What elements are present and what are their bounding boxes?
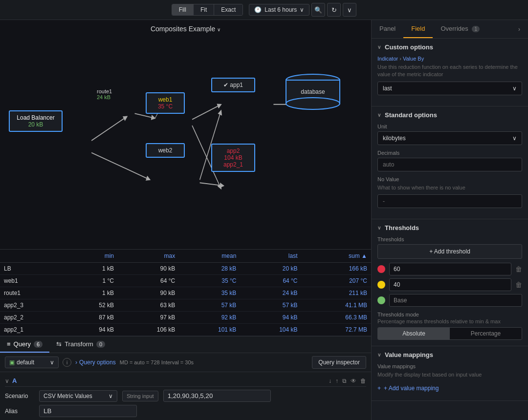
- exact-button[interactable]: Exact: [214, 4, 242, 15]
- query-tabs: ≡ Query 6 ⇆ Transform 0: [0, 336, 371, 353]
- add-icon: +: [377, 385, 381, 392]
- threshold-color-green[interactable]: [377, 296, 385, 304]
- zoom-button[interactable]: 🔍: [311, 3, 325, 17]
- database-node[interactable]: database: [285, 73, 341, 113]
- col-sum[interactable]: sum ▲: [302, 250, 371, 263]
- app2-node[interactable]: app2 104 kB app2_1: [211, 144, 255, 172]
- col-mean[interactable]: mean: [179, 250, 240, 263]
- tab-field[interactable]: Field: [403, 20, 433, 38]
- add-value-mapping-button[interactable]: + + Add value mapping: [377, 382, 522, 395]
- query-options-button[interactable]: › Query options: [75, 359, 116, 366]
- value-by-select[interactable]: last ∨: [377, 82, 522, 95]
- mode-absolute-button[interactable]: Absolute: [378, 328, 450, 339]
- standard-options-header[interactable]: ∨ Standard options: [372, 106, 528, 124]
- string-input-field[interactable]: [163, 390, 271, 402]
- tab-transform[interactable]: ⇆ Transform 0: [49, 336, 112, 353]
- hide-icon[interactable]: 👁: [351, 378, 356, 384]
- add-threshold-button[interactable]: + Add threshold: [377, 244, 522, 259]
- table-row: web1 1 °C 64 °C 35 °C 64 °C 207 °C: [0, 275, 371, 287]
- more-options-button[interactable]: ∨: [343, 3, 356, 17]
- cell-max: 90 kB: [118, 287, 179, 299]
- arrow-icon: ›: [75, 359, 77, 366]
- mode-percentage-button[interactable]: Percentage: [450, 328, 522, 339]
- move-up-icon[interactable]: ↑: [335, 378, 338, 384]
- collapse-icon: ∨: [377, 44, 381, 50]
- cell-min: 87 kB: [64, 312, 118, 324]
- fill-button[interactable]: Fill: [172, 4, 194, 15]
- cell-name: app2_3: [0, 299, 64, 312]
- tab-query[interactable]: ≡ Query 6: [0, 336, 49, 353]
- decimals-input[interactable]: [377, 158, 522, 171]
- thresholds-body: Thresholds + Add threshold 🗑 🗑 Base: [372, 236, 528, 346]
- cell-name: web1: [0, 275, 64, 287]
- cell-sum: 66.3 MB: [302, 312, 371, 324]
- fit-button[interactable]: Fit: [194, 4, 214, 15]
- thresholds-header[interactable]: ∨ Thresholds: [372, 219, 528, 236]
- time-range-label: Last 6 hours: [264, 6, 297, 13]
- thresholds-mode-label: Thresholds mode: [377, 312, 522, 317]
- datasource-select[interactable]: ▣ default ∨: [5, 357, 59, 368]
- toolbar: Fill Fit Exact 🕐 Last 6 hours ∨ 🔍 ↻ ∨: [0, 0, 528, 20]
- duplicate-icon[interactable]: ⧉: [342, 378, 347, 384]
- bottom-query: ≡ Query 6 ⇆ Transform 0 ▣ default ∨: [0, 336, 371, 420]
- cell-min: 1 °C: [64, 275, 118, 287]
- cell-mean: 57 kB: [179, 299, 240, 312]
- tab-overrides[interactable]: Overrides 1: [433, 20, 487, 38]
- query-badge: 6: [34, 341, 43, 348]
- no-value-input[interactable]: [377, 194, 522, 208]
- threshold-color-red[interactable]: [377, 265, 385, 273]
- threshold-60-delete[interactable]: 🗑: [515, 265, 522, 273]
- graph-svg: [0, 20, 371, 249]
- collapse-icon: ∨: [377, 112, 381, 118]
- cell-sum: 41.1 MB: [302, 299, 371, 312]
- cell-last: 24 kB: [240, 287, 301, 299]
- threshold-40-input[interactable]: [389, 278, 511, 291]
- move-down-icon[interactable]: ↓: [329, 378, 331, 384]
- custom-options-section: ∨ Custom options Indicator › Value By Us…: [372, 39, 528, 106]
- decimals-label: Decimals: [377, 150, 522, 156]
- data-table: min max mean last sum ▲ LB 1 kB 90 kB 28…: [0, 249, 371, 336]
- cell-last: 104 kB: [240, 324, 301, 336]
- cell-sum: 211 kB: [302, 287, 371, 299]
- info-icon[interactable]: i: [63, 358, 71, 367]
- custom-options-title: Custom options: [385, 43, 433, 51]
- tab-panel[interactable]: Panel: [372, 20, 403, 38]
- unit-select[interactable]: kilobytes ∨: [377, 131, 522, 145]
- time-range-button[interactable]: 🕐 Last 6 hours ∨: [249, 4, 309, 16]
- web2-node[interactable]: web2: [146, 143, 185, 158]
- alias-row: Alias: [5, 405, 366, 417]
- cell-sum: 72.7 MB: [302, 324, 371, 336]
- custom-options-body: Indicator › Value By Use this reduction …: [372, 56, 528, 106]
- web1-node[interactable]: web1 35 °C: [146, 92, 185, 114]
- right-panel: Panel Field Overrides 1 › ∨ Custom optio…: [372, 20, 528, 420]
- query-bar: ▣ default ∨ i › Query options MD = auto …: [0, 353, 371, 372]
- app1-node[interactable]: ✔ app1: [211, 78, 255, 92]
- cell-name: route1: [0, 287, 64, 299]
- value-mappings-title: Value mappings: [385, 351, 433, 358]
- col-min[interactable]: min: [64, 250, 118, 263]
- threshold-60-input[interactable]: [389, 263, 511, 275]
- thresholds-label: Thresholds: [377, 236, 522, 242]
- alias-input[interactable]: [39, 405, 137, 417]
- add-value-mapping-label: + Add value mapping: [384, 385, 439, 392]
- col-last[interactable]: last: [240, 250, 301, 263]
- load-balancer-node[interactable]: Load Balancer 20 kB: [9, 110, 63, 132]
- view-mode-group: Fill Fit Exact: [172, 4, 243, 16]
- query-inspector-button[interactable]: Query inspector: [312, 356, 366, 369]
- threshold-color-yellow[interactable]: [377, 281, 385, 289]
- refresh-button[interactable]: ↻: [327, 3, 341, 17]
- value-mappings-section: ∨ Value mappings Value mappings Modify t…: [372, 346, 528, 400]
- custom-options-header[interactable]: ∨ Custom options: [372, 39, 528, 56]
- breadcrumb: Indicator › Value By: [377, 56, 522, 62]
- standard-options-title: Standard options: [385, 111, 437, 119]
- threshold-40-delete[interactable]: 🗑: [515, 281, 522, 289]
- cell-min: 1 kB: [64, 287, 118, 299]
- panel-tabs: Panel Field Overrides 1 ›: [372, 20, 528, 39]
- unit-value: kilobytes: [383, 135, 406, 142]
- col-max[interactable]: max: [118, 250, 179, 263]
- col-name[interactable]: [0, 250, 64, 263]
- delete-icon[interactable]: 🗑: [360, 378, 366, 384]
- scenario-select[interactable]: CSV Metric Values ∨: [39, 390, 117, 402]
- expand-panel-button[interactable]: ›: [512, 22, 526, 36]
- value-mappings-header[interactable]: ∨ Value mappings: [372, 346, 528, 363]
